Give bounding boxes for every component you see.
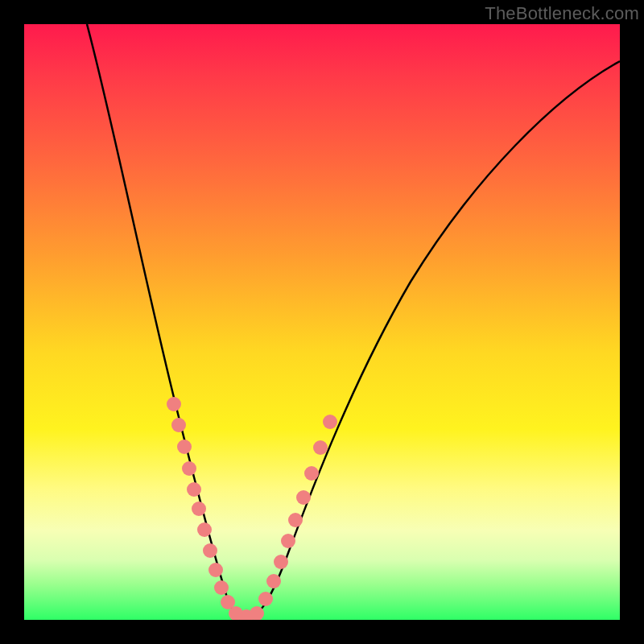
svg-point-17: [281, 534, 295, 548]
svg-point-0: [167, 397, 181, 411]
svg-point-14: [258, 592, 273, 606]
svg-point-18: [288, 513, 303, 527]
svg-point-21: [313, 440, 328, 455]
svg-point-6: [197, 522, 212, 537]
svg-point-7: [203, 543, 217, 558]
bottleneck-curve: [87, 24, 620, 618]
svg-point-3: [182, 461, 196, 476]
highlight-dots: [167, 397, 337, 620]
watermark-text: TheBottleneck.com: [485, 3, 639, 24]
svg-point-4: [187, 482, 201, 497]
svg-point-19: [296, 490, 311, 505]
svg-point-9: [214, 580, 229, 595]
svg-point-5: [192, 502, 206, 516]
svg-point-1: [171, 418, 186, 432]
plot-area: [24, 24, 620, 620]
svg-point-20: [304, 466, 319, 481]
svg-point-8: [208, 563, 223, 577]
svg-point-2: [177, 440, 192, 454]
svg-point-15: [266, 574, 281, 588]
frame: TheBottleneck.com: [0, 0, 644, 644]
chart-svg: [24, 24, 620, 620]
svg-point-16: [274, 555, 288, 569]
svg-point-22: [323, 415, 337, 429]
